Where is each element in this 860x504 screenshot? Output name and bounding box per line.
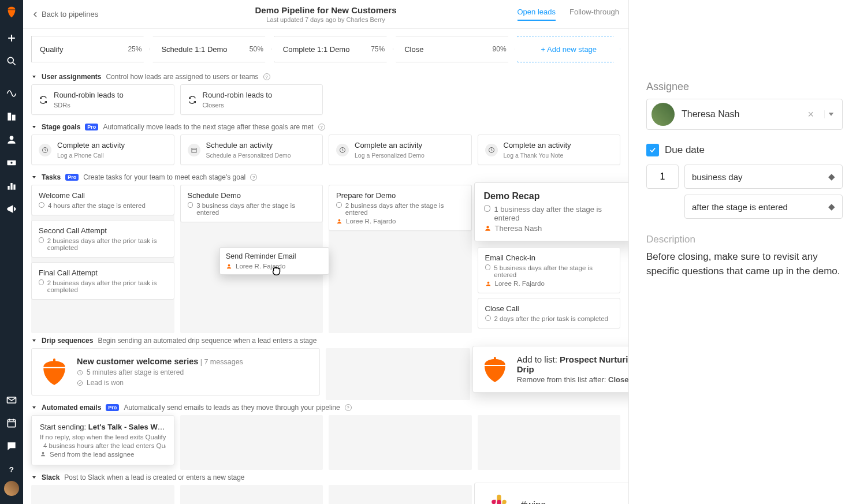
task-card[interactable]: Prepare for Demo2 business days after th… [329,185,472,231]
side-nav: ? [0,0,23,504]
nav-activity-icon[interactable] [6,88,17,99]
due-unit-select[interactable]: business day◆ [684,165,843,189]
assignment-card[interactable]: Round-robin leads toClosers [180,84,323,115]
clock-icon [336,202,342,208]
stage-close[interactable]: Close90% [396,36,515,62]
nav-calendar-icon[interactable] [6,417,17,429]
description-text[interactable]: Before closing, make sure to revisit any… [646,250,843,278]
svg-point-5 [10,162,12,163]
help-icon[interactable]: ? [263,73,270,80]
slack-channel: #wins [521,499,546,504]
app-logo-icon [5,6,18,18]
slack-card[interactable]: #wins [474,483,630,504]
grab-cursor-icon [270,264,283,277]
user-icon [485,281,492,287]
user-icon [336,218,342,225]
assignee-dropdown-button[interactable] [824,110,837,118]
task-card[interactable]: Schedule Demo3 business days after the s… [180,185,323,222]
calendar-icon [188,144,200,156]
help-icon[interactable]: ? [250,174,257,181]
page-title: Demo Pipeline for New Customers [255,5,396,15]
due-date-checkbox[interactable] [646,144,659,156]
nav-search-icon[interactable] [6,55,17,67]
goal-card[interactable]: Complete an activityLog a Personalized D… [329,135,472,165]
section-auto-emails[interactable]: Automated emails Pro Automatically send … [23,400,628,415]
svg-point-0 [8,57,13,63]
stage-schedule-demo[interactable]: Schedule 1:1 Demo50% [152,36,271,62]
assignee-select[interactable]: Theresa Nash × [646,99,843,130]
section-stage-goals[interactable]: Stage goals Pro Automatically move leads… [23,120,628,135]
slack-icon [486,492,512,504]
chevron-down-icon [31,124,37,130]
nav-money-icon[interactable] [6,157,17,169]
clock-icon [39,202,44,208]
svg-point-23 [42,452,44,454]
task-card[interactable]: Second Call Attempt2 business days after… [31,220,174,257]
help-icon[interactable]: ? [318,124,325,130]
acorn-icon [481,355,509,384]
task-card[interactable]: Close Call2 days after the prior task is… [478,298,621,328]
svg-text:?: ? [9,465,14,474]
chevron-down-icon [31,338,37,344]
round-robin-icon [188,95,197,104]
clear-assignee-button[interactable]: × [804,109,817,121]
pro-badge: Pro [65,174,79,181]
check-icon [77,380,83,386]
nav-add-icon[interactable] [6,32,17,44]
section-user-assignments[interactable]: User assignments Control how leads are a… [23,69,628,84]
task-card[interactable]: Final Call Attempt2 business days after … [31,262,174,300]
drip-add-card[interactable]: Add to list: Prospect Nurturing Drip Rem… [472,346,629,393]
task-card[interactable]: Welcome Call4 hours after the stage is e… [31,185,174,215]
svg-rect-7 [10,183,12,190]
activity-icon [39,144,51,156]
pro-badge: Pro [85,124,98,130]
nav-chat-icon[interactable] [6,440,17,452]
back-link[interactable]: Back to pipelines [32,10,98,18]
user-avatar[interactable] [4,481,19,496]
add-stage-button[interactable]: + Add new stage [518,36,620,62]
auto-email-card[interactable]: Start sending: Let's Talk - Sales Welc..… [31,415,174,465]
svg-point-3 [10,136,14,140]
svg-rect-13 [192,148,196,152]
nav-help-icon[interactable]: ? [6,464,17,475]
top-bar: Back to pipelines Demo Pipeline for New … [23,0,628,29]
svg-rect-1 [8,113,11,120]
pro-badge: Pro [106,404,119,411]
svg-point-18 [487,282,489,284]
nav-people-icon[interactable] [6,134,17,145]
svg-rect-10 [8,420,15,427]
svg-rect-2 [12,115,16,121]
drip-card[interactable]: New customer welcome series | 7 messages… [31,348,320,395]
task-card-selected[interactable]: Demo Recap 1 business day after the stag… [474,182,630,241]
nav-mail-icon[interactable] [6,394,17,406]
due-date-label: Due date [665,144,705,156]
svg-point-17 [486,226,489,228]
tab-follow-through[interactable]: Follow-through [569,8,619,21]
svg-point-19 [228,264,230,267]
due-number-input[interactable] [646,165,679,189]
chevron-down-icon [31,475,37,480]
tab-open-leads[interactable]: Open leads [518,8,556,21]
stage-bar: Qualify25% Schedule 1:1 Demo50% Complete… [23,29,628,69]
clock-icon [485,315,491,321]
page-subtitle: Last updated 7 days ago by Charles Berry [255,16,396,23]
task-card[interactable]: Email Check-in5 business days after the … [478,247,621,293]
goal-card[interactable]: Complete an activityLog a Thank You Note [478,135,621,165]
stage-complete-demo[interactable]: Complete 1:1 Demo75% [274,36,393,62]
goal-card[interactable]: Complete an activityLog a Phone Call [31,135,174,165]
svg-rect-6 [8,186,9,190]
chevron-down-icon [31,405,37,410]
assignee-label: Assignee [646,81,843,93]
nav-broadcast-icon[interactable] [6,203,17,215]
nav-reports-icon[interactable] [6,180,17,192]
stage-qualify[interactable]: Qualify25% [31,36,150,62]
user-icon [40,451,46,457]
assignment-card[interactable]: Round-robin leads toSDRs [31,84,174,115]
svg-rect-8 [13,185,15,190]
user-icon [226,263,232,270]
nav-companies-icon[interactable] [6,111,17,122]
due-when-select[interactable]: after the stage is entered◆ [684,195,843,219]
goal-card[interactable]: Schedule an activitySchedule a Personali… [180,135,323,165]
help-icon[interactable]: ? [345,404,352,411]
clock-icon [484,205,491,212]
